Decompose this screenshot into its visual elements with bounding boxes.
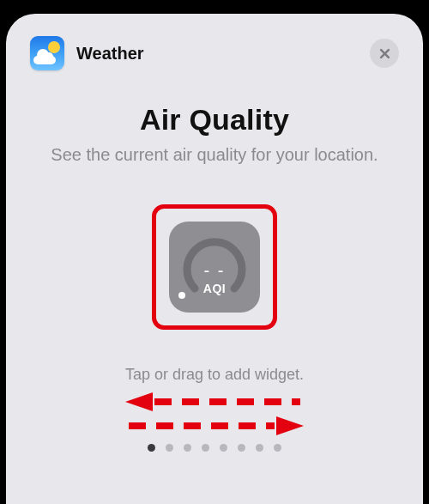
- arrow-left-icon: [120, 392, 309, 411]
- widget-title: Air Quality: [30, 103, 399, 137]
- sheet-header: Weather: [30, 36, 399, 70]
- air-quality-widget-preview[interactable]: - - AQI: [169, 222, 260, 313]
- page-dot[interactable]: [148, 444, 155, 452]
- widget-unit-label: AQI: [169, 282, 260, 295]
- app-title-group: Weather: [30, 36, 144, 70]
- page-dot[interactable]: [274, 444, 281, 452]
- page-dot[interactable]: [220, 444, 227, 452]
- app-name-label: Weather: [76, 44, 144, 64]
- sheet-content: Air Quality See the current air quality …: [30, 70, 399, 452]
- page-indicator[interactable]: [30, 444, 399, 452]
- page-dot[interactable]: [166, 444, 173, 452]
- page-dot[interactable]: [184, 444, 191, 452]
- close-button[interactable]: [370, 39, 399, 68]
- page-dot[interactable]: [238, 444, 245, 452]
- page-dot[interactable]: [256, 444, 263, 452]
- add-widget-hint: Tap or drag to add widget.: [30, 366, 399, 384]
- page-dot[interactable]: [202, 444, 209, 452]
- arrow-right-icon: [120, 416, 309, 435]
- close-icon: [378, 47, 391, 60]
- svg-marker-3: [125, 392, 153, 411]
- widget-subtitle: See the current air quality for your loc…: [30, 143, 399, 167]
- annotation-swipe-arrows: [30, 392, 399, 435]
- widget-preview-area: - - AQI: [30, 204, 399, 330]
- annotation-highlight-frame: - - AQI: [152, 204, 277, 330]
- weather-app-icon: [30, 36, 64, 70]
- widget-picker-sheet: Weather Air Quality See the current air …: [6, 14, 423, 504]
- svg-marker-5: [276, 416, 304, 435]
- widget-value-label: - -: [169, 261, 260, 281]
